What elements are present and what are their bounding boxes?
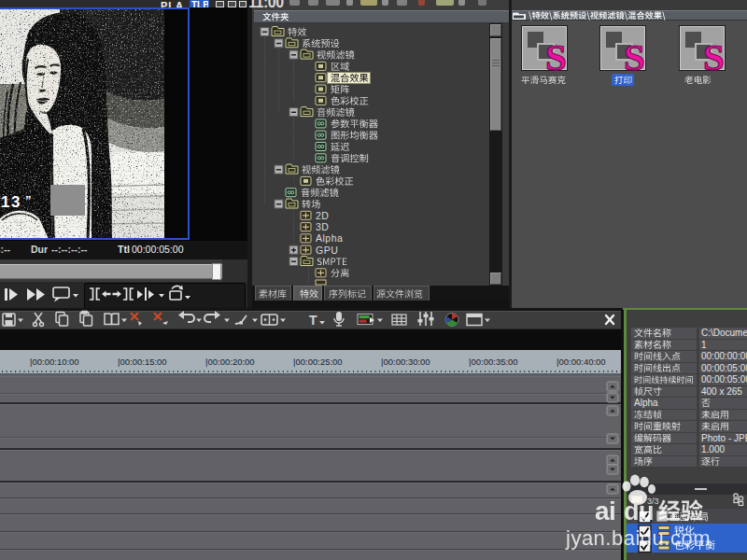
svg-text:--:--:--:--: --:--:--:-- [51, 244, 88, 255]
svg-text:-:--: -:-- [0, 244, 10, 255]
svg-text:2D: 2D [316, 210, 329, 221]
svg-text:GPU: GPU [316, 245, 338, 256]
svg-text:|00:00:30:00: |00:00:30:00 [381, 357, 430, 367]
svg-text:|00:00:25:00: |00:00:25:00 [293, 357, 343, 367]
svg-text:Photo - JPEG: Photo - JPEG [701, 433, 747, 443]
svg-text:|00:00:15:00: |00:00:15:00 [118, 357, 167, 367]
svg-text:ai: ai [595, 497, 615, 525]
svg-text:3D: 3D [316, 221, 329, 232]
svg-text:1: 1 [701, 340, 707, 350]
svg-text:T: T [309, 313, 317, 328]
svg-text:S: S [703, 35, 725, 78]
svg-text:Alpha: Alpha [634, 398, 658, 408]
svg-text:|00:00:40:00: |00:00:40:00 [557, 357, 606, 367]
svg-text:|00:00:35:00: |00:00:35:00 [469, 357, 518, 367]
svg-text:00:00:00:00: 00:00:00:00 [701, 351, 747, 361]
svg-text:Ttl: Ttl [118, 244, 130, 255]
svg-text:|00:00:20:00: |00:00:20:00 [205, 357, 255, 367]
svg-text:C:\Documents: C:\Documents [701, 328, 747, 338]
svg-text:Alpha: Alpha [316, 232, 343, 244]
svg-text:S: S [624, 35, 645, 78]
svg-text:jyan.baidu.com: jyan.baidu.com [565, 526, 711, 550]
svg-text:1.000: 1.000 [701, 444, 725, 455]
svg-text:00:00:05:00: 00:00:05:00 [701, 363, 747, 373]
svg-text:400 x 265: 400 x 265 [701, 386, 742, 397]
svg-text:00:00:05:00: 00:00:05:00 [701, 374, 747, 385]
svg-text:00:00:05:00: 00:00:05:00 [132, 244, 184, 255]
svg-text:|00:00:10:00: |00:00:10:00 [30, 357, 79, 367]
svg-text:11:00: 11:00 [248, 0, 284, 10]
svg-text:Dur: Dur [31, 244, 48, 255]
svg-text:S: S [545, 35, 567, 78]
